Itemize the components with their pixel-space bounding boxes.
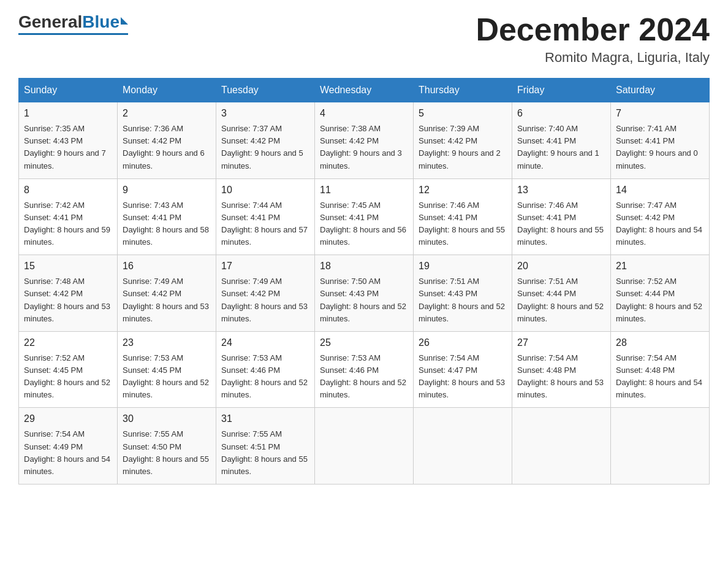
calendar-cell: 29Sunrise: 7:54 AMSunset: 4:49 PMDayligh…	[19, 408, 118, 484]
calendar-cell	[315, 408, 414, 484]
calendar-week-row: 22Sunrise: 7:52 AMSunset: 4:45 PMDayligh…	[19, 331, 710, 408]
weekday-header-row: SundayMondayTuesdayWednesdayThursdayFrid…	[19, 79, 710, 102]
day-info: Sunrise: 7:36 AMSunset: 4:42 PMDaylight:…	[123, 123, 211, 172]
calendar-cell: 5Sunrise: 7:39 AMSunset: 4:42 PMDaylight…	[414, 102, 512, 179]
day-info: Sunrise: 7:53 AMSunset: 4:46 PMDaylight:…	[221, 352, 309, 402]
day-number: 15	[24, 259, 112, 274]
day-number: 31	[221, 412, 309, 426]
day-info: Sunrise: 7:54 AMSunset: 4:48 PMDaylight:…	[616, 352, 704, 402]
logo: General Blue	[18, 12, 128, 35]
calendar-week-row: 1Sunrise: 7:35 AMSunset: 4:43 PMDaylight…	[19, 102, 710, 179]
calendar-cell: 1Sunrise: 7:35 AMSunset: 4:43 PMDaylight…	[19, 102, 118, 179]
day-number: 2	[123, 106, 211, 121]
title-section: December 2024 Romito Magra, Liguria, Ita…	[476, 12, 710, 66]
calendar-table: SundayMondayTuesdayWednesdayThursdayFrid…	[18, 78, 710, 484]
day-info: Sunrise: 7:53 AMSunset: 4:45 PMDaylight:…	[123, 352, 211, 402]
day-number: 7	[616, 106, 704, 121]
day-number: 29	[24, 412, 112, 426]
weekday-header-tuesday: Tuesday	[216, 79, 315, 102]
calendar-cell: 15Sunrise: 7:48 AMSunset: 4:42 PMDayligh…	[19, 255, 118, 332]
day-number: 8	[24, 183, 112, 197]
day-info: Sunrise: 7:49 AMSunset: 4:42 PMDaylight:…	[221, 275, 309, 325]
calendar-cell: 16Sunrise: 7:49 AMSunset: 4:42 PMDayligh…	[118, 255, 216, 332]
calendar-cell: 31Sunrise: 7:55 AMSunset: 4:51 PMDayligh…	[216, 408, 315, 484]
day-info: Sunrise: 7:55 AMSunset: 4:51 PMDaylight:…	[221, 428, 309, 478]
day-info: Sunrise: 7:49 AMSunset: 4:42 PMDaylight:…	[123, 275, 211, 325]
location-title: Romito Magra, Liguria, Italy	[476, 50, 710, 66]
day-number: 20	[517, 259, 605, 274]
day-number: 18	[320, 259, 408, 274]
calendar-cell: 23Sunrise: 7:53 AMSunset: 4:45 PMDayligh…	[118, 331, 216, 408]
day-info: Sunrise: 7:46 AMSunset: 4:41 PMDaylight:…	[419, 199, 507, 249]
day-info: Sunrise: 7:39 AMSunset: 4:42 PMDaylight:…	[419, 123, 507, 172]
calendar-cell: 18Sunrise: 7:50 AMSunset: 4:43 PMDayligh…	[315, 255, 414, 332]
day-number: 5	[419, 106, 507, 121]
day-number: 4	[320, 106, 408, 121]
calendar-cell: 21Sunrise: 7:52 AMSunset: 4:44 PMDayligh…	[611, 255, 710, 332]
logo-triangle-icon	[121, 17, 128, 25]
day-info: Sunrise: 7:48 AMSunset: 4:42 PMDaylight:…	[24, 275, 112, 325]
day-number: 30	[123, 412, 211, 426]
day-info: Sunrise: 7:54 AMSunset: 4:47 PMDaylight:…	[419, 352, 507, 402]
day-info: Sunrise: 7:37 AMSunset: 4:42 PMDaylight:…	[221, 123, 309, 172]
day-number: 25	[320, 335, 408, 350]
day-number: 22	[24, 335, 112, 350]
page-header: General Blue December 2024 Romito Magra,…	[18, 12, 710, 66]
calendar-cell: 7Sunrise: 7:41 AMSunset: 4:41 PMDaylight…	[611, 102, 710, 179]
calendar-cell: 25Sunrise: 7:53 AMSunset: 4:46 PMDayligh…	[315, 331, 414, 408]
day-info: Sunrise: 7:43 AMSunset: 4:41 PMDaylight:…	[123, 199, 211, 249]
day-info: Sunrise: 7:55 AMSunset: 4:50 PMDaylight:…	[123, 428, 211, 478]
calendar-cell: 17Sunrise: 7:49 AMSunset: 4:42 PMDayligh…	[216, 255, 315, 332]
day-number: 26	[419, 335, 507, 350]
calendar-cell: 11Sunrise: 7:45 AMSunset: 4:41 PMDayligh…	[315, 178, 414, 255]
calendar-cell: 8Sunrise: 7:42 AMSunset: 4:41 PMDaylight…	[19, 178, 118, 255]
day-info: Sunrise: 7:44 AMSunset: 4:41 PMDaylight:…	[221, 199, 309, 249]
calendar-cell: 13Sunrise: 7:46 AMSunset: 4:41 PMDayligh…	[512, 178, 611, 255]
calendar-week-row: 8Sunrise: 7:42 AMSunset: 4:41 PMDaylight…	[19, 178, 710, 255]
day-info: Sunrise: 7:53 AMSunset: 4:46 PMDaylight:…	[320, 352, 408, 402]
day-number: 16	[123, 259, 211, 274]
logo-blue-text: Blue	[82, 12, 119, 32]
day-info: Sunrise: 7:45 AMSunset: 4:41 PMDaylight:…	[320, 199, 408, 249]
day-number: 19	[419, 259, 507, 274]
day-info: Sunrise: 7:52 AMSunset: 4:45 PMDaylight:…	[24, 352, 112, 402]
day-number: 3	[221, 106, 309, 121]
day-number: 12	[419, 183, 507, 197]
calendar-cell: 24Sunrise: 7:53 AMSunset: 4:46 PMDayligh…	[216, 331, 315, 408]
day-info: Sunrise: 7:54 AMSunset: 4:48 PMDaylight:…	[517, 352, 605, 402]
calendar-cell: 28Sunrise: 7:54 AMSunset: 4:48 PMDayligh…	[611, 331, 710, 408]
calendar-cell: 27Sunrise: 7:54 AMSunset: 4:48 PMDayligh…	[512, 331, 611, 408]
weekday-header-saturday: Saturday	[611, 79, 710, 102]
calendar-cell: 22Sunrise: 7:52 AMSunset: 4:45 PMDayligh…	[19, 331, 118, 408]
day-number: 11	[320, 183, 408, 197]
day-number: 24	[221, 335, 309, 350]
calendar-cell: 20Sunrise: 7:51 AMSunset: 4:44 PMDayligh…	[512, 255, 611, 332]
day-number: 21	[616, 259, 704, 274]
weekday-header-sunday: Sunday	[19, 79, 118, 102]
calendar-week-row: 29Sunrise: 7:54 AMSunset: 4:49 PMDayligh…	[19, 408, 710, 484]
day-info: Sunrise: 7:47 AMSunset: 4:42 PMDaylight:…	[616, 199, 704, 249]
calendar-cell: 3Sunrise: 7:37 AMSunset: 4:42 PMDaylight…	[216, 102, 315, 179]
calendar-cell	[611, 408, 710, 484]
day-info: Sunrise: 7:38 AMSunset: 4:42 PMDaylight:…	[320, 123, 408, 172]
calendar-cell: 6Sunrise: 7:40 AMSunset: 4:41 PMDaylight…	[512, 102, 611, 179]
calendar-cell: 4Sunrise: 7:38 AMSunset: 4:42 PMDaylight…	[315, 102, 414, 179]
day-number: 1	[24, 106, 112, 121]
day-info: Sunrise: 7:40 AMSunset: 4:41 PMDaylight:…	[517, 123, 605, 172]
calendar-cell: 30Sunrise: 7:55 AMSunset: 4:50 PMDayligh…	[118, 408, 216, 484]
day-number: 14	[616, 183, 704, 197]
calendar-cell: 14Sunrise: 7:47 AMSunset: 4:42 PMDayligh…	[611, 178, 710, 255]
day-number: 10	[221, 183, 309, 197]
logo-general-text: General	[18, 12, 82, 32]
calendar-cell: 10Sunrise: 7:44 AMSunset: 4:41 PMDayligh…	[216, 178, 315, 255]
day-info: Sunrise: 7:41 AMSunset: 4:41 PMDaylight:…	[616, 123, 704, 172]
day-number: 28	[616, 335, 704, 350]
day-info: Sunrise: 7:50 AMSunset: 4:43 PMDaylight:…	[320, 275, 408, 325]
day-info: Sunrise: 7:35 AMSunset: 4:43 PMDaylight:…	[24, 123, 112, 172]
calendar-cell: 26Sunrise: 7:54 AMSunset: 4:47 PMDayligh…	[414, 331, 512, 408]
day-number: 27	[517, 335, 605, 350]
day-info: Sunrise: 7:54 AMSunset: 4:49 PMDaylight:…	[24, 428, 112, 478]
calendar-cell: 2Sunrise: 7:36 AMSunset: 4:42 PMDaylight…	[118, 102, 216, 179]
day-number: 17	[221, 259, 309, 274]
day-info: Sunrise: 7:52 AMSunset: 4:44 PMDaylight:…	[616, 275, 704, 325]
